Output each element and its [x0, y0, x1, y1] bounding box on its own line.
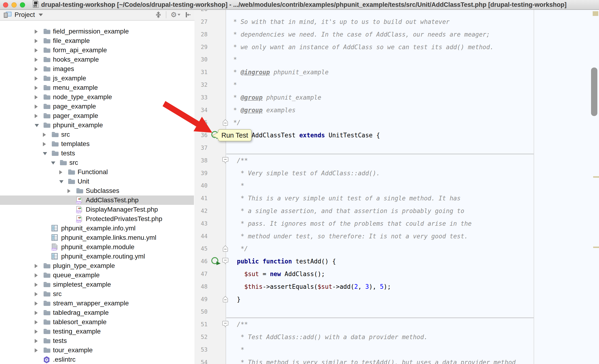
tree-row-hooks-example[interactable]: hooks_example [0, 55, 194, 64]
tree-row-page-example[interactable]: page_example [0, 102, 194, 111]
expand-arrow-icon[interactable] [35, 86, 38, 90]
tree-row-form-api-example[interactable]: form_api_example [0, 45, 194, 55]
expand-arrow-icon[interactable] [35, 105, 38, 109]
expand-arrow-icon[interactable] [35, 292, 38, 296]
expand-arrow-icon[interactable] [59, 170, 62, 174]
tree-row-phpunit-example-links-menu-yml[interactable]: phpunit_example.links.menu.yml [0, 233, 194, 242]
tree-row-src[interactable]: src [0, 289, 194, 299]
expand-arrow-icon[interactable] [35, 48, 38, 53]
expand-arrow-icon[interactable] [35, 329, 38, 334]
error-stripe-mark[interactable] [593, 247, 599, 248]
code-line-33[interactable]: 33 * @group phpunit_example [194, 91, 599, 104]
expand-arrow-icon[interactable] [35, 311, 38, 315]
code-line-51[interactable]: 51 /** [194, 318, 599, 331]
code-line-37[interactable]: 37 [194, 142, 599, 154]
tree-row-src[interactable]: src [0, 158, 194, 167]
tree-row-tablesort-example[interactable]: tablesort_example [0, 317, 194, 327]
expand-arrow-icon[interactable] [35, 29, 38, 34]
tree-row-phpunit-example-info-yml[interactable]: phpunit_example.info.yml [0, 224, 194, 233]
tree-row-templates[interactable]: templates [0, 139, 194, 149]
collapse-arrow-icon[interactable] [43, 152, 47, 155]
tree-row-tour-example[interactable]: tour_example [0, 346, 194, 355]
fold-end-icon[interactable] [222, 296, 229, 304]
fold-collapse-icon[interactable] [222, 257, 229, 266]
tree-row-tests[interactable]: tests [0, 149, 194, 158]
tree-row-simpletest-example[interactable]: simpletest_example [0, 280, 194, 289]
code-line-49[interactable]: 49 } [194, 293, 599, 306]
expand-arrow-icon[interactable] [35, 302, 38, 306]
tree-row-phpunit-example[interactable]: phpunit_example [0, 120, 194, 130]
code-line-48[interactable]: 48 $this->assertEquals($sut->add(2, 3), … [194, 280, 599, 293]
tree-row-images[interactable]: images [0, 64, 194, 74]
collapse-all-button[interactable] [155, 11, 162, 18]
expand-arrow-icon[interactable] [35, 283, 38, 287]
tree-row-tests[interactable]: tests [0, 336, 194, 346]
expand-arrow-icon[interactable] [35, 339, 38, 343]
code-line-41[interactable]: 41 * This is a very simple unit test of … [194, 192, 599, 205]
code-line-38[interactable]: 38 /** [194, 154, 599, 167]
chevron-down-icon[interactable] [39, 14, 43, 16]
code-line-31[interactable]: 31 * @ingroup phpunit_example [194, 66, 599, 79]
collapse-arrow-icon[interactable] [51, 161, 55, 165]
code-line-26[interactable]: 26 [194, 9, 599, 16]
tree-row-file-example[interactable]: file_example [0, 36, 194, 45]
expand-arrow-icon[interactable] [43, 142, 46, 146]
collapse-arrow-icon[interactable] [35, 124, 39, 127]
collapse-arrow-icon[interactable] [59, 180, 63, 183]
fold-end-icon[interactable] [222, 119, 229, 127]
tree-row-displaymanagertest-php[interactable]: phpDisplayManagerTest.php [0, 205, 194, 214]
error-stripe-mark[interactable] [593, 176, 599, 178]
expand-arrow-icon[interactable] [35, 76, 38, 81]
code-line-34[interactable]: 34 * @group examples [194, 104, 599, 116]
expand-arrow-icon[interactable] [35, 348, 38, 353]
tree-row-addclasstest-php[interactable]: phpAddClassTest.php [0, 195, 194, 205]
tree-row-functional[interactable]: Functional [0, 167, 194, 177]
code-line-54[interactable]: 54 * This method is very similar to test… [194, 356, 599, 364]
code-line-27[interactable]: 27 * So with that in mind, it's up to us… [194, 16, 599, 28]
fold-collapse-icon[interactable] [222, 157, 229, 165]
tree-row-protectedprivatestest-php[interactable]: phpProtectedPrivatesTest.php [0, 214, 194, 224]
tree-row-menu-example[interactable]: menu_example [0, 83, 194, 92]
error-stripe-mark[interactable] [593, 11, 598, 16]
tree-row-stream-wrapper-example[interactable]: stream_wrapper_example [0, 299, 194, 308]
expand-arrow-icon[interactable] [35, 273, 38, 277]
code-line-46[interactable]: 46 public function testAdd() { [194, 255, 599, 268]
tree-row-queue-example[interactable]: queue_example [0, 270, 194, 280]
tree-row-subclasses[interactable]: Subclasses [0, 186, 194, 195]
tree-row-plugin-type-example[interactable]: plugin_type_example [0, 261, 194, 270]
close-window-button[interactable] [3, 2, 8, 8]
expand-arrow-icon[interactable] [35, 39, 38, 43]
hide-panel-button[interactable] [185, 11, 191, 18]
code-line-40[interactable]: 40 * [194, 179, 599, 192]
code-line-42[interactable]: 42 * a single assertion, and that assert… [194, 205, 599, 217]
expand-arrow-icon[interactable] [35, 264, 38, 268]
expand-arrow-icon[interactable] [35, 58, 38, 62]
expand-arrow-icon[interactable] [35, 114, 38, 118]
code-line-30[interactable]: 30 * [194, 53, 599, 66]
code-line-36[interactable]: 36class AddClassTest extends UnitTestCas… [194, 129, 599, 142]
tree-row-phpunit-example-routing-yml[interactable]: phpunit_example.routing.yml [0, 252, 194, 261]
expand-arrow-icon[interactable] [35, 67, 38, 71]
run-test-gutter-icon[interactable] [211, 257, 223, 266]
tree-row-eslintrc[interactable]: .eslintrc [0, 355, 194, 364]
tree-row-field-permission-example[interactable]: field_permission_example [0, 27, 194, 36]
code-line-39[interactable]: 39 * Very simple test of AddClass::add()… [194, 167, 599, 179]
expand-arrow-icon[interactable] [68, 189, 70, 193]
tree-row-testing-example[interactable]: testing_example [0, 327, 194, 336]
tree-row-unit[interactable]: Unit [0, 177, 194, 186]
code-line-52[interactable]: 52 * Test AddClass::add() with a data pr… [194, 331, 599, 343]
code-line-53[interactable]: 53 * [194, 343, 599, 356]
expand-arrow-icon[interactable] [35, 320, 38, 324]
settings-button[interactable]: ⚙ [171, 11, 180, 18]
editor-scrollbar-thumb[interactable] [591, 68, 597, 116]
tree-row-tabledrag-example[interactable]: tabledrag_example [0, 308, 194, 317]
code-line-50[interactable]: 50 [194, 305, 599, 318]
code-line-29[interactable]: 29 * we only want an instance of AddClas… [194, 41, 599, 53]
tree-row-src[interactable]: src [0, 130, 194, 139]
tree-row-phpunit-example-module[interactable]: phpphpunit_example.module [0, 242, 194, 252]
fold-end-icon[interactable] [222, 245, 229, 253]
code-line-47[interactable]: 47 $sut = new AddClass(); [194, 268, 599, 280]
code-line-43[interactable]: 43 * pass. It ignores most of the proble… [194, 217, 599, 230]
code-line-44[interactable]: 44 * method under test, so therefore: It… [194, 230, 599, 243]
editor[interactable]: 2627 * So with that in mind, it's up to … [194, 9, 599, 364]
